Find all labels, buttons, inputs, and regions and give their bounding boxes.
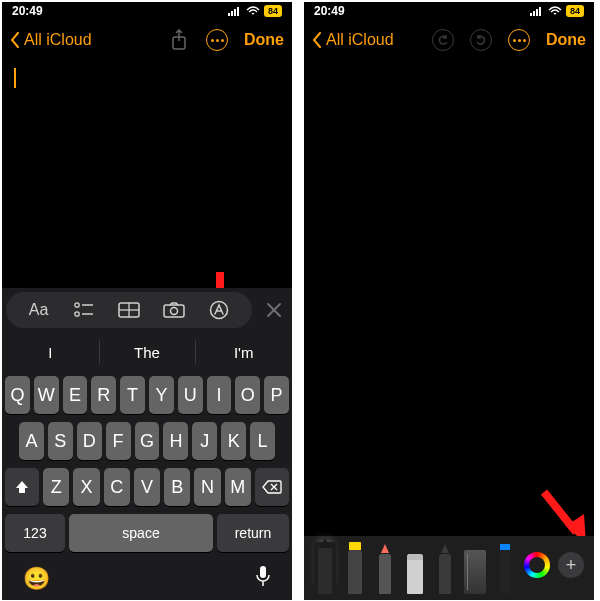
ruler-icon — [464, 550, 486, 594]
battery-badge: 84 — [264, 5, 282, 17]
note-body[interactable] — [2, 60, 292, 96]
close-toolbar-button[interactable] — [256, 302, 292, 318]
key-a[interactable]: A — [19, 422, 44, 460]
key-shift[interactable] — [5, 468, 39, 506]
mic-icon — [255, 565, 271, 587]
tool-marker[interactable] — [344, 542, 366, 594]
key-u[interactable]: U — [178, 376, 203, 414]
key-r[interactable]: R — [91, 376, 116, 414]
tool-pixel[interactable] — [494, 542, 516, 594]
back-button[interactable]: All iCloud — [10, 31, 168, 49]
redo-button[interactable] — [470, 29, 492, 51]
table-icon — [118, 302, 140, 318]
battery-badge: 84 — [566, 5, 584, 17]
key-s[interactable]: S — [48, 422, 73, 460]
tool-ruler[interactable] — [464, 542, 486, 594]
key-k[interactable]: K — [221, 422, 246, 460]
markup-button[interactable] — [203, 294, 235, 326]
share-button[interactable] — [168, 29, 190, 51]
key-123[interactable]: 123 — [5, 514, 65, 552]
key-j[interactable]: J — [192, 422, 217, 460]
key-o[interactable]: O — [235, 376, 260, 414]
phone-left: 20:49 84 All iCloud Done A — [2, 2, 292, 600]
key-q[interactable]: Q — [5, 376, 30, 414]
wifi-icon — [246, 6, 260, 16]
svg-rect-17 — [260, 566, 266, 578]
camera-button[interactable] — [158, 294, 190, 326]
key-z[interactable]: Z — [43, 468, 69, 506]
key-row-1: Q W E R T Y U I O P — [5, 376, 289, 414]
key-d[interactable]: D — [77, 422, 102, 460]
key-t[interactable]: T — [120, 376, 145, 414]
key-n[interactable]: N — [194, 468, 220, 506]
keyboard-bottom: 😀 — [5, 560, 289, 594]
svg-line-22 — [544, 492, 576, 532]
tool-lasso[interactable] — [434, 542, 456, 594]
delete-icon — [262, 480, 282, 494]
key-c[interactable]: C — [104, 468, 130, 506]
format-button[interactable]: Aa — [23, 294, 55, 326]
key-w[interactable]: W — [34, 376, 59, 414]
close-icon — [266, 302, 282, 318]
keyboard: Q W E R T Y U I O P A S D F G H J K L — [2, 372, 292, 600]
camera-icon — [163, 302, 185, 318]
checklist-icon — [74, 302, 94, 318]
key-e[interactable]: E — [63, 376, 88, 414]
keyboard-toolbar: Aa — [2, 288, 292, 332]
color-picker-button[interactable] — [524, 552, 550, 578]
table-button[interactable] — [113, 294, 145, 326]
svg-point-7 — [75, 303, 79, 307]
suggestion-2[interactable]: The — [99, 332, 196, 372]
emoji-button[interactable]: 😀 — [23, 566, 50, 592]
chevron-left-icon — [312, 32, 322, 48]
key-y[interactable]: Y — [149, 376, 174, 414]
svg-rect-19 — [533, 11, 535, 16]
key-row-3: Z X C V B N M — [5, 468, 289, 506]
more-button[interactable] — [206, 29, 228, 51]
done-button[interactable]: Done — [546, 31, 586, 49]
svg-rect-0 — [228, 13, 230, 16]
key-b[interactable]: B — [164, 468, 190, 506]
suggestion-3[interactable]: I'm — [195, 332, 292, 372]
back-label: All iCloud — [326, 31, 394, 49]
key-x[interactable]: X — [73, 468, 99, 506]
back-button[interactable]: All iCloud — [312, 31, 432, 49]
more-button[interactable] — [508, 29, 530, 51]
key-l[interactable]: L — [250, 422, 275, 460]
key-f[interactable]: F — [106, 422, 131, 460]
key-delete[interactable] — [255, 468, 289, 506]
suggestion-1[interactable]: I — [2, 332, 99, 372]
ellipsis-icon — [513, 39, 526, 42]
done-button[interactable]: Done — [244, 31, 284, 49]
svg-point-9 — [75, 312, 79, 316]
key-g[interactable]: G — [135, 422, 160, 460]
key-m[interactable]: M — [225, 468, 251, 506]
drawing-canvas[interactable] — [304, 60, 594, 76]
undo-button[interactable] — [432, 29, 454, 51]
key-return[interactable]: return — [217, 514, 289, 552]
key-i[interactable]: I — [207, 376, 232, 414]
tool-pen[interactable] — [314, 542, 336, 594]
redo-icon — [475, 34, 487, 46]
svg-rect-21 — [539, 7, 541, 16]
key-v[interactable]: V — [134, 468, 160, 506]
add-tool-button[interactable]: + — [558, 552, 584, 578]
nav-bar: All iCloud Done — [2, 20, 292, 60]
status-right: 84 — [530, 5, 584, 17]
status-right: 84 — [228, 5, 282, 17]
signal-icon — [530, 6, 544, 16]
signal-icon — [228, 6, 242, 16]
text-cursor — [14, 68, 16, 88]
key-h[interactable]: H — [163, 422, 188, 460]
mic-button[interactable] — [255, 565, 271, 593]
status-time: 20:49 — [12, 4, 43, 18]
phone-right: 20:49 84 All iCloud Done — [304, 2, 594, 600]
tool-eraser[interactable] — [404, 542, 426, 594]
checklist-button[interactable] — [68, 294, 100, 326]
svg-rect-1 — [231, 11, 233, 16]
key-space[interactable]: space — [69, 514, 213, 552]
wifi-icon — [548, 6, 562, 16]
key-p[interactable]: P — [264, 376, 289, 414]
tool-pencil[interactable] — [374, 542, 396, 594]
undo-icon — [437, 34, 449, 46]
